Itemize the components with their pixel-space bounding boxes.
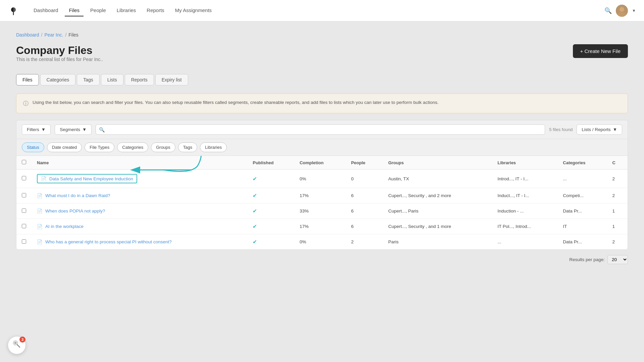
chip-libraries[interactable]: Libraries (200, 142, 227, 152)
row-people-cell: 6 (346, 219, 383, 234)
row-checkbox-cell (16, 203, 32, 219)
nav-chevron-icon[interactable]: ▼ (632, 8, 636, 13)
header-groups: Groups (383, 156, 492, 170)
notification-badge: 3 (19, 337, 25, 343)
row-completion-cell: 17% (294, 188, 346, 203)
chip-groups[interactable]: Groups (151, 142, 175, 152)
notification-widget[interactable]: 3 (8, 337, 25, 354)
nav-my-assignments[interactable]: My Assignments (171, 5, 216, 16)
breadcrumb-files: Files (68, 32, 78, 38)
row-groups-cell: Cupert..., Security , and 2 more (383, 188, 492, 203)
row-completion-cell: 33% (294, 203, 346, 219)
filters-label: Filters (27, 127, 39, 132)
row-groups-cell: Cupert..., Paris (383, 203, 492, 219)
tab-lists[interactable]: Lists (101, 74, 123, 85)
row-name-cell: 📄 Data Safety and New Employee Induction (32, 170, 247, 188)
results-per-page-select[interactable]: 10 20 50 100 (607, 255, 628, 264)
published-icon: ✔ (253, 208, 257, 214)
row-checkbox-cell (16, 170, 32, 188)
file-table: Name Published Completion People Groups … (16, 156, 628, 249)
row-name-cell: 📄 AI in the workplace (32, 219, 247, 234)
nav-right: 🔍 ▼ (604, 5, 636, 17)
nav-libraries[interactable]: Libraries (113, 5, 140, 16)
chip-status[interactable]: Status (22, 142, 44, 152)
row-published-cell: ✔ (247, 219, 294, 234)
nav-dashboard[interactable]: Dashboard (30, 5, 62, 16)
row-categories-cell: Data Pr... (557, 203, 607, 219)
file-icon: 📄 (41, 176, 47, 181)
header-c: C (607, 156, 628, 170)
row-checkbox-cell (16, 234, 32, 250)
file-name-cell: 📄 When does POPIA not apply? (37, 208, 242, 214)
main-content: Dashboard / Pear Inc. / Files Company Fi… (0, 21, 644, 362)
row-completion-cell: 17% (294, 219, 346, 234)
highlighted-file-name: 📄 Data Safety and New Employee Induction (37, 174, 137, 183)
chip-date-created[interactable]: Date created (47, 142, 82, 152)
row-categories-cell: IT (557, 219, 607, 234)
row-published-cell: ✔ (247, 203, 294, 219)
table-container: Name Published Completion People Groups … (16, 156, 628, 250)
row-checkbox[interactable] (22, 239, 26, 244)
top-nav: Dashboard Files People Libraries Reports… (0, 0, 644, 21)
table-header-row: Name Published Completion People Groups … (16, 156, 628, 170)
breadcrumb: Dashboard / Pear Inc. / Files (16, 32, 628, 38)
lists-reports-button[interactable]: Lists / Reports ▼ (577, 124, 622, 135)
row-name-cell: 📄 What must I do in a Dawn Raid? (32, 188, 247, 203)
file-name-link[interactable]: AI in the workplace (45, 224, 84, 229)
file-name-link[interactable]: Who has a general right to process speci… (45, 239, 172, 244)
row-c-cell: 2 (607, 234, 628, 250)
published-icon: ✔ (253, 193, 257, 198)
nav-files[interactable]: Files (65, 5, 84, 16)
segments-chevron-icon: ▼ (82, 127, 87, 132)
search-box: 🔍 (96, 124, 545, 135)
chip-file-types[interactable]: File Types (85, 142, 114, 152)
tab-expiry-list[interactable]: Expiry list (155, 74, 188, 85)
row-libraries-cell: IT Pol..., Introd... (492, 219, 557, 234)
lists-reports-chevron-icon: ▼ (613, 127, 617, 132)
breadcrumb-sep-1: / (41, 32, 43, 38)
nav-reports[interactable]: Reports (143, 5, 168, 16)
page-title: Company Files (16, 44, 103, 57)
chip-tags[interactable]: Tags (178, 142, 197, 152)
breadcrumb-dashboard[interactable]: Dashboard (16, 32, 39, 38)
create-new-file-button[interactable]: + Create New File (573, 44, 628, 58)
file-name-link[interactable]: What must I do in a Dawn Raid? (45, 193, 110, 198)
logo[interactable] (8, 5, 19, 16)
tab-tags[interactable]: Tags (77, 74, 100, 85)
row-checkbox[interactable] (22, 176, 26, 180)
search-icon[interactable]: 🔍 (604, 7, 612, 14)
chip-categories[interactable]: Categories (117, 142, 148, 152)
avatar[interactable] (616, 5, 628, 17)
svg-point-1 (620, 7, 624, 12)
tab-reports[interactable]: Reports (125, 74, 154, 85)
breadcrumb-company[interactable]: Pear Inc. (44, 32, 63, 38)
row-checkbox[interactable] (22, 224, 26, 228)
tab-files[interactable]: Files (16, 74, 39, 85)
search-input[interactable] (96, 124, 545, 135)
row-categories-cell: ... (557, 170, 607, 188)
row-name-cell: 📄 Who has a general right to process spe… (32, 234, 247, 250)
row-checkbox[interactable] (22, 208, 26, 213)
tab-categories[interactable]: Categories (40, 74, 76, 85)
select-all-checkbox[interactable] (22, 160, 26, 164)
row-c-cell: 1 (607, 203, 628, 219)
header-people: People (346, 156, 383, 170)
header-published: Published (247, 156, 294, 170)
segments-button[interactable]: Segments ▼ (55, 124, 92, 135)
file-name-link[interactable]: Data Safety and New Employee Induction (49, 176, 133, 181)
filters-chevron-icon: ▼ (41, 127, 46, 132)
row-groups-cell: Paris (383, 234, 492, 250)
nav-people[interactable]: People (86, 5, 110, 16)
pagination-bar: Results per page: 10 20 50 100 (16, 250, 628, 269)
file-icon: 📄 (37, 224, 43, 229)
svg-point-5 (14, 342, 16, 344)
header-libraries: Libraries (492, 156, 557, 170)
table-row: 📄 Data Safety and New Employee Induction… (16, 170, 628, 188)
published-icon: ✔ (253, 176, 257, 182)
file-name-link[interactable]: When does POPIA not apply? (45, 208, 105, 214)
row-checkbox[interactable] (22, 193, 26, 197)
filters-button[interactable]: Filters ▼ (22, 124, 51, 135)
breadcrumb-sep-2: / (65, 32, 66, 38)
filters-bar: Filters ▼ Segments ▼ 🔍 5 files found Lis… (16, 120, 628, 139)
header-categories: Categories (557, 156, 607, 170)
